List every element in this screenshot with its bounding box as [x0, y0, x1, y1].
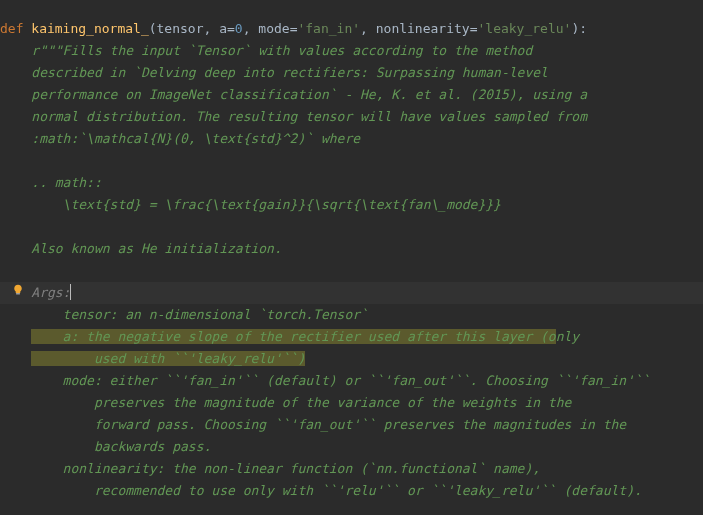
docstring-text-highlight: a: the negative slope of the rectifier u… — [31, 329, 555, 344]
code-line[interactable] — [0, 260, 703, 282]
code-line[interactable]: r"""Fills the input `Tensor` with values… — [0, 40, 703, 62]
code-line[interactable]: used with ``'leaky_relu'``) — [0, 348, 703, 370]
code-line[interactable]: backwards pass. — [0, 436, 703, 458]
docstring-text: preserves the magnitude of the variance … — [31, 395, 571, 410]
svg-rect-0 — [16, 293, 20, 295]
keyword-def: def — [0, 21, 23, 36]
docstring-text: backwards pass. — [31, 439, 211, 454]
code-line[interactable]: .. math:: — [0, 172, 703, 194]
docstring-text: recommended to use only with ``'relu'`` … — [31, 483, 641, 498]
docstring-text: nonlinearity: the non-linear function (`… — [31, 461, 540, 476]
docstring-text: described in `Delving deep into rectifie… — [31, 65, 548, 80]
code-line[interactable]: a: the negative slope of the rectifier u… — [0, 326, 703, 348]
docstring-text-highlight: used with ``'leaky_relu'``) — [31, 351, 305, 366]
code-line[interactable]: :math:`\mathcal{N}(0, \text{std}^2)` whe… — [0, 128, 703, 150]
docstring-text: performance on ImageNet classification` … — [31, 87, 587, 102]
param-a: a — [219, 21, 227, 36]
param-nonlinearity: nonlinearity — [376, 21, 470, 36]
code-line[interactable]: forward pass. Choosing ``'fan_out'`` pre… — [0, 414, 703, 436]
code-line[interactable]: described in `Delving deep into rectifie… — [0, 62, 703, 84]
text-caret — [70, 284, 71, 300]
docstring-args-label: Args: — [31, 285, 70, 300]
param-tensor: tensor — [157, 21, 204, 36]
code-line[interactable] — [0, 150, 703, 172]
param-mode: mode — [258, 21, 289, 36]
code-line[interactable]: Also known as He initialization. — [0, 238, 703, 260]
code-editor[interactable]: def kaiming_normal_(tensor, a=0, mode='f… — [0, 0, 703, 502]
code-line[interactable]: preserves the magnitude of the variance … — [0, 392, 703, 414]
code-line[interactable]: mode: either ``'fan_in'`` (default) or `… — [0, 370, 703, 392]
code-line[interactable] — [0, 216, 703, 238]
code-line[interactable]: recommended to use only with ``'relu'`` … — [0, 480, 703, 502]
code-line[interactable]: \text{std} = \frac{\text{gain}}{\sqrt{\t… — [0, 194, 703, 216]
code-line-active[interactable]: 0 Args: — [0, 282, 703, 304]
docstring-text: nly — [556, 329, 579, 344]
docstring-text: .. math:: — [31, 175, 101, 190]
lightbulb-icon[interactable] — [12, 282, 24, 296]
code-line[interactable]: def kaiming_normal_(tensor, a=0, mode='f… — [0, 18, 703, 40]
docstring-text: forward pass. Choosing ``'fan_out'`` pre… — [31, 417, 626, 432]
docstring-text: :math:`\mathcal{N}(0, \text{std}^2)` whe… — [31, 131, 360, 146]
docstring-text: mode: either ``'fan_in'`` (default) or `… — [31, 373, 649, 388]
code-line[interactable]: performance on ImageNet classification` … — [0, 84, 703, 106]
code-line[interactable]: tensor: an n-dimensional `torch.Tensor` — [0, 304, 703, 326]
function-name: kaiming_normal_ — [31, 21, 148, 36]
code-line[interactable]: normal distribution. The resulting tenso… — [0, 106, 703, 128]
code-line[interactable]: nonlinearity: the non-linear function (`… — [0, 458, 703, 480]
docstring-text: normal distribution. The resulting tenso… — [31, 109, 587, 124]
docstring-text: tensor: an n-dimensional `torch.Tensor` — [31, 307, 368, 322]
docstring-text: r"""Fills the input `Tensor` with values… — [31, 43, 532, 58]
docstring-text: Also known as He initialization. — [31, 241, 281, 256]
docstring-text: \text{std} = \frac{\text{gain}}{\sqrt{\t… — [31, 197, 501, 212]
